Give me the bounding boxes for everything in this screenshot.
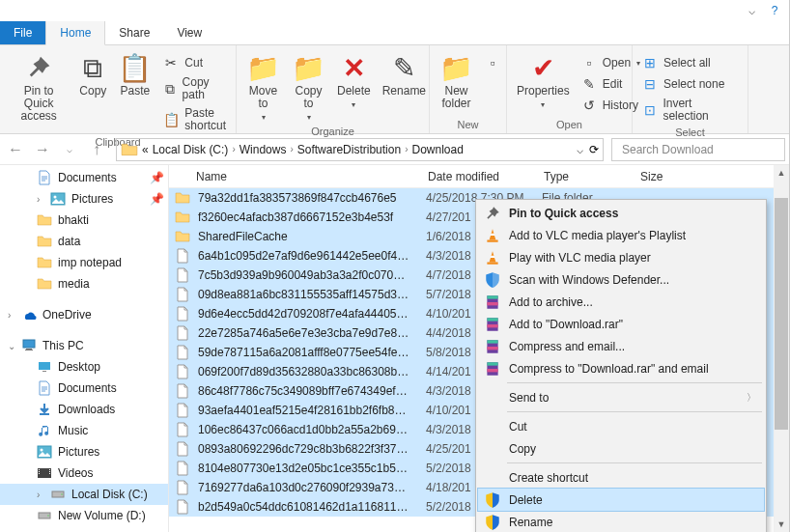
move-to-icon: 📁 xyxy=(246,53,280,82)
properties-icon: ✔ xyxy=(532,53,554,82)
invert-selection-button[interactable]: ⊡Invert selection xyxy=(638,96,742,125)
delete-button[interactable]: ✕Delete▾ xyxy=(331,51,377,113)
select-all-button[interactable]: ⊞Select all xyxy=(638,53,742,72)
file-icon xyxy=(175,480,190,495)
breadcrumb-dropdown-icon[interactable]: ⌵ xyxy=(577,143,583,156)
back-button[interactable]: ← xyxy=(4,138,27,161)
context-menu-item[interactable]: Rename xyxy=(478,511,764,532)
column-date[interactable]: Date modified xyxy=(420,170,536,183)
column-size[interactable]: Size xyxy=(633,170,691,183)
blank-icon xyxy=(484,418,501,435)
paste-button[interactable]: 📋Paste xyxy=(112,51,157,99)
file-icon xyxy=(175,306,190,322)
file-icon xyxy=(175,364,190,379)
refresh-icon[interactable]: ⟳ xyxy=(589,143,599,156)
sidebar-item[interactable]: Pictures xyxy=(0,441,168,462)
rar-icon xyxy=(484,294,501,311)
ribbon-toggle-icon[interactable]: ⌵ xyxy=(745,4,758,17)
context-menu-item[interactable]: Copy xyxy=(478,437,764,460)
sidebar-item[interactable]: ⌄This PC xyxy=(0,335,168,356)
sidebar-item[interactable]: Downloads xyxy=(0,399,168,420)
sidebar-item[interactable]: New Volume (D:) xyxy=(0,505,168,526)
context-menu-item[interactable]: Cut xyxy=(478,415,764,437)
file-icon xyxy=(175,383,190,399)
pin-icon: 📌 xyxy=(150,171,164,184)
cut-button[interactable]: ✂Cut xyxy=(159,53,230,72)
sidebar-item[interactable]: Desktop xyxy=(0,356,168,378)
rar-icon xyxy=(484,338,501,355)
tab-view[interactable]: View xyxy=(163,21,215,44)
context-menu-item[interactable]: Add to "Download.rar" xyxy=(478,313,764,335)
sidebar-item[interactable]: ›OneDrive xyxy=(0,304,168,325)
new-item-button[interactable]: ▫ xyxy=(481,53,504,72)
context-menu-item[interactable]: Add to VLC media player's Playlist xyxy=(478,224,764,246)
blank-icon xyxy=(484,389,501,406)
sidebar-item[interactable]: bhakti xyxy=(0,210,168,231)
properties-button[interactable]: ✔Properties▾ xyxy=(511,51,576,113)
column-type[interactable]: Type xyxy=(536,170,633,183)
context-menu-item[interactable]: Scan with Windows Defender... xyxy=(478,268,764,291)
context-menu-item[interactable]: Pin to Quick access xyxy=(478,202,764,224)
pic-icon xyxy=(50,191,66,207)
vertical-scrollbar[interactable]: ▲▼ xyxy=(774,165,789,532)
select-all-icon: ⊞ xyxy=(642,55,658,70)
tab-home[interactable]: Home xyxy=(45,21,105,45)
rename-button[interactable]: ✎Rename xyxy=(377,51,432,99)
context-menu: Pin to Quick accessAdd to VLC media play… xyxy=(475,199,767,532)
disk-icon xyxy=(50,487,66,502)
sidebar-item[interactable]: imp notepad xyxy=(0,252,168,273)
doc-icon xyxy=(37,380,52,396)
folder-icon xyxy=(175,229,190,244)
forward-button[interactable]: → xyxy=(31,138,54,161)
file-icon xyxy=(175,345,190,360)
file-icon xyxy=(175,461,190,476)
folder-icon xyxy=(175,210,190,225)
vlc-icon xyxy=(484,249,501,266)
folder-icon xyxy=(37,234,52,249)
breadcrumb-folder-icon xyxy=(121,141,138,158)
pin-icon: 📌 xyxy=(150,192,164,206)
help-icon[interactable]: ? xyxy=(768,4,781,17)
copy-button[interactable]: ⧉Copy xyxy=(73,51,112,99)
file-icon xyxy=(175,499,190,515)
context-menu-item[interactable]: Compress to "Download.rar" and email xyxy=(478,357,764,379)
tab-file[interactable]: File xyxy=(0,21,45,44)
copy-path-icon: ⧉ xyxy=(163,81,176,97)
recent-dropdown[interactable]: ⌵ xyxy=(58,138,81,161)
context-menu-item[interactable]: Play with VLC media player xyxy=(478,246,764,268)
copy-to-icon: 📁 xyxy=(292,53,325,82)
pin-icon xyxy=(10,53,68,82)
sidebar-item[interactable]: data xyxy=(0,231,168,252)
folder-icon xyxy=(175,190,190,206)
sidebar-item[interactable]: ›Pictures📌 xyxy=(0,188,168,210)
sidebar-item[interactable]: ›Local Disk (C:) xyxy=(0,484,168,505)
sidebar-item[interactable]: Documents xyxy=(0,378,168,399)
music-icon xyxy=(37,423,52,438)
column-name[interactable]: Name xyxy=(169,170,420,183)
context-menu-item[interactable]: Add to archive... xyxy=(478,291,764,313)
sidebar-item[interactable]: Music xyxy=(0,420,168,441)
blank-icon xyxy=(484,469,501,487)
move-to-button[interactable]: 📁Move to▾ xyxy=(240,51,286,126)
tab-share[interactable]: Share xyxy=(105,21,163,44)
paste-shortcut-icon: 📋 xyxy=(163,112,179,127)
up-button[interactable]: ↑ xyxy=(85,138,108,161)
sidebar-item[interactable]: Documents📌 xyxy=(0,167,168,188)
paste-shortcut-button[interactable]: 📋Paste shortcut xyxy=(159,105,230,134)
sidebar-item[interactable]: Videos xyxy=(0,462,168,484)
breadcrumb[interactable]: « Local Disk (C:)› Windows› SoftwareDist… xyxy=(116,138,604,161)
context-menu-item[interactable]: Delete xyxy=(478,489,764,511)
vlc-icon xyxy=(484,227,501,244)
copy-path-button[interactable]: ⧉Copy path xyxy=(159,74,230,103)
new-folder-button[interactable]: 📁New folder xyxy=(434,51,479,112)
delete-icon: ✕ xyxy=(343,53,365,82)
copy-to-button[interactable]: 📁Copy to▾ xyxy=(286,51,331,126)
context-menu-item[interactable]: Send to〉 xyxy=(478,386,764,408)
copy-icon: ⧉ xyxy=(83,53,102,82)
sidebar-item[interactable]: media xyxy=(0,273,168,294)
pin-quick-access-button[interactable]: Pin to Quick access xyxy=(4,51,73,125)
select-none-button[interactable]: ⊟Select none xyxy=(638,74,742,94)
context-menu-item[interactable]: Create shortcut xyxy=(478,466,764,489)
context-menu-item[interactable]: Compress and email... xyxy=(478,335,764,357)
search-input[interactable]: Search Download xyxy=(611,138,785,161)
